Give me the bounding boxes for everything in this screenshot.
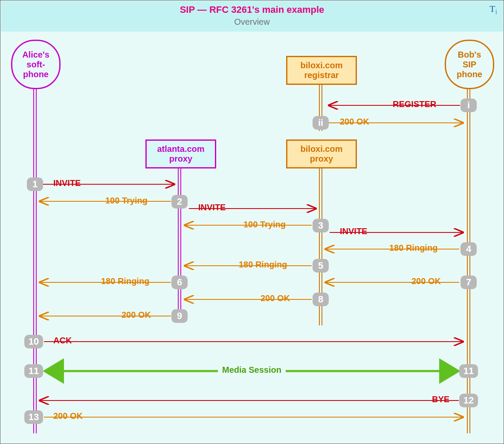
lifeline-alice xyxy=(33,88,37,433)
diagram-title: SIP — RFC 3261's main example xyxy=(1,1,503,15)
step-badge-6: 6 xyxy=(171,276,188,289)
msg-180-4: 180 Ringing xyxy=(389,243,437,253)
actor-label: SIP xyxy=(446,60,493,70)
actor-biloxi-proxy: biloxi.com proxy xyxy=(286,139,357,168)
actor-label: biloxi.com xyxy=(287,61,356,70)
msg-200ok-13: 200 OK xyxy=(53,411,83,421)
lifeline-bob xyxy=(466,88,471,433)
diagram-frame: SIP — RFC 3261's main example Overview T… xyxy=(0,0,504,444)
actor-bob-sip-phone: Bob's SIP phone xyxy=(445,40,494,89)
step-badge-10: 10 xyxy=(24,335,43,348)
msg-invite-3: INVITE xyxy=(340,226,367,236)
step-badge-7: 7 xyxy=(461,276,477,289)
actor-label: phone xyxy=(12,70,59,79)
msg-media: Media Session xyxy=(218,365,286,375)
step-badge-5: 5 xyxy=(313,259,329,273)
msg-invite-2: INVITE xyxy=(198,203,226,212)
msg-200ok-8: 200 OK xyxy=(261,293,290,303)
step-badge-13: 13 xyxy=(24,410,43,424)
msg-200ok-ii: 200 OK xyxy=(340,117,369,127)
step-badge-4: 4 xyxy=(461,242,477,256)
msg-register: REGISTER xyxy=(393,99,436,109)
actor-label: proxy xyxy=(147,154,215,164)
msg-200ok-9: 200 OK xyxy=(122,310,151,320)
lifeline-atlanta-proxy xyxy=(177,168,182,313)
msg-100trying-3: 100 Trying xyxy=(243,220,286,229)
step-badge-12: 12 xyxy=(459,394,478,407)
actor-label: soft- xyxy=(12,60,59,70)
msg-180-6: 180 Ringing xyxy=(101,276,149,286)
actor-label: phone xyxy=(446,70,493,79)
step-badge-8: 8 xyxy=(313,293,329,306)
step-badge-i: i xyxy=(461,99,477,112)
diagram-subtitle: Overview xyxy=(1,15,503,27)
actor-label: atlanta.com xyxy=(147,144,215,154)
actor-label: Alice's xyxy=(12,50,59,60)
msg-ack: ACK xyxy=(53,336,72,345)
actor-label: registrar xyxy=(287,70,356,80)
step-badge-1: 1 xyxy=(27,177,43,191)
step-badge-11b: 11 xyxy=(459,364,478,378)
actor-label: Bob's xyxy=(446,50,493,60)
msg-invite-1: INVITE xyxy=(53,178,81,188)
logo-icon: Ti xyxy=(490,3,497,16)
step-badge-3: 3 xyxy=(313,219,329,232)
step-badge-ii: ii xyxy=(313,116,329,130)
title-bar: SIP — RFC 3261's main example Overview T… xyxy=(1,1,503,32)
actor-alice-softphone: Alice's soft- phone xyxy=(11,40,61,89)
step-badge-9: 9 xyxy=(171,309,188,323)
msg-bye: BYE xyxy=(432,395,449,404)
step-badge-11a: 11 xyxy=(24,364,43,378)
actor-label: biloxi.com xyxy=(287,144,356,154)
actor-biloxi-registrar: biloxi.com registrar xyxy=(286,56,357,85)
msg-200ok-7: 200 OK xyxy=(411,276,441,286)
actor-atlanta-proxy: atlanta.com proxy xyxy=(145,139,216,168)
step-badge-2: 2 xyxy=(171,195,188,209)
actor-label: proxy xyxy=(287,154,356,164)
msg-180-5: 180 Ringing xyxy=(239,260,287,270)
msg-100trying-2: 100 Trying xyxy=(105,196,148,206)
